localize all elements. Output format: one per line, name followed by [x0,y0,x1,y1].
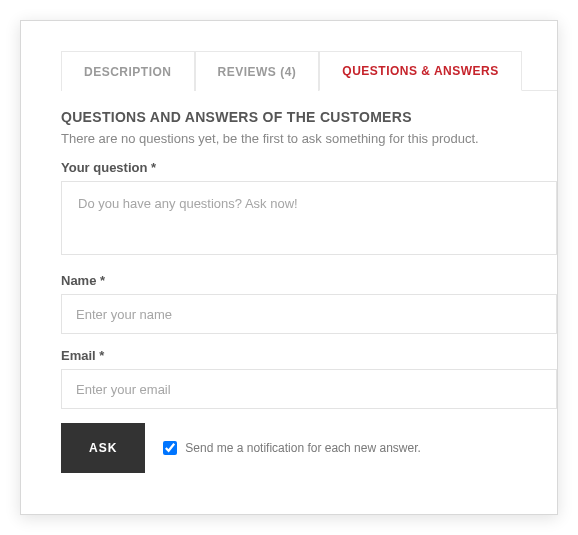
tab-description[interactable]: DESCRIPTION [61,51,195,91]
field-email: Email * [61,348,557,409]
tab-reviews[interactable]: REVIEWS (4) [195,51,320,91]
field-name: Name * [61,273,557,334]
field-question: Your question * [61,160,557,259]
tab-questions-answers[interactable]: QUESTIONS & ANSWERS [319,51,521,91]
question-label: Your question * [61,160,557,175]
form-actions: ASK Send me a notification for each new … [61,423,557,473]
ask-button[interactable]: ASK [61,423,145,473]
email-label: Email * [61,348,557,363]
notify-wrap: Send me a notification for each new answ… [163,441,420,455]
question-input[interactable] [61,181,557,255]
notify-checkbox[interactable] [163,441,177,455]
tab-list: DESCRIPTION REVIEWS (4) QUESTIONS & ANSW… [61,51,557,91]
qa-panel: DESCRIPTION REVIEWS (4) QUESTIONS & ANSW… [20,20,558,515]
email-input[interactable] [61,369,557,409]
name-label: Name * [61,273,557,288]
name-input[interactable] [61,294,557,334]
notify-label: Send me a notification for each new answ… [185,441,420,455]
no-questions-message: There are no questions yet, be the first… [61,131,557,146]
section-title: QUESTIONS AND ANSWERS OF THE CUSTOMERS [61,109,557,125]
